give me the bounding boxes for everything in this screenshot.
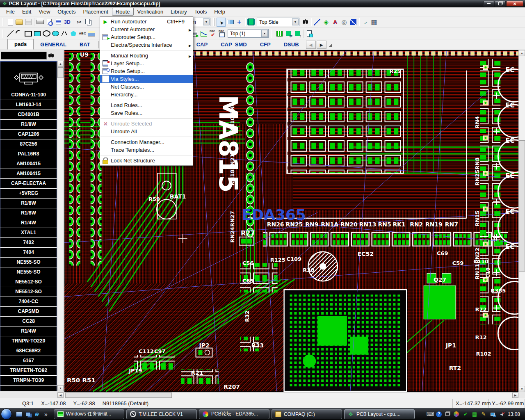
menu-item-via-styles[interactable]: Via Styles... — [100, 75, 193, 83]
menu-objects[interactable]: Objects — [54, 8, 79, 16]
keyboard-icon[interactable] — [427, 411, 434, 418]
rectangle-icon[interactable] — [24, 29, 33, 38]
search-input[interactable] — [1, 52, 47, 59]
layer-select[interactable]: Top (1) — [228, 29, 269, 38]
list-item[interactable]: TRNPN-TO220 — [0, 336, 57, 346]
start-button[interactable] — [1, 409, 12, 420]
list-item[interactable]: R1/4W — [0, 218, 57, 228]
origin-tool-icon[interactable] — [235, 18, 244, 27]
filled-rectangle-icon[interactable] — [33, 29, 42, 38]
line-icon[interactable] — [6, 29, 15, 38]
list-item[interactable]: CC28 — [0, 317, 57, 326]
select-tool-icon[interactable] — [217, 18, 226, 27]
menu-item-unroute-all[interactable]: Unroute All — [100, 128, 193, 135]
antivirus-icon[interactable] — [462, 411, 469, 418]
sidebar-scrollbar[interactable] — [57, 61, 64, 391]
place-autoroute-icon[interactable] — [331, 18, 340, 27]
scroll-up-icon[interactable] — [519, 50, 525, 56]
expand-icon[interactable] — [444, 411, 451, 418]
image-icon[interactable] — [87, 29, 96, 38]
taskbar-button-drive[interactable]: COMPAQ (C:) — [272, 409, 342, 419]
filled-ellipse-icon[interactable] — [51, 29, 60, 38]
menu-item-lock-net-structure[interactable]: Lock Net Structure — [100, 157, 193, 164]
canvas-vertical-scrollbar[interactable] — [518, 50, 525, 392]
scroll-right-icon[interactable] — [512, 393, 518, 398]
scroll-up-icon[interactable] — [57, 61, 64, 67]
search-icon[interactable] — [301, 18, 310, 27]
list-item[interactable]: XTAL1 — [0, 228, 57, 238]
menu-tools[interactable]: Tools — [191, 8, 210, 16]
arc-icon[interactable] — [15, 29, 24, 38]
menu-item-autorouter-setup[interactable]: Autorouter Setup... — [100, 33, 193, 41]
scrollbar-thumb[interactable] — [65, 393, 172, 398]
taskbar-button-clock-app[interactable]: T.M.LEE CLOCK V1 — [126, 409, 197, 419]
chevron-down-icon[interactable] — [203, 18, 210, 25]
list-item[interactable]: NE5512-SO — [0, 277, 57, 287]
tab-cap-smd[interactable]: CAP_SMD — [214, 40, 253, 50]
update-from-schematic-icon[interactable] — [284, 29, 293, 38]
list-item[interactable]: 7404 — [0, 248, 57, 258]
close-button[interactable] — [506, 1, 523, 7]
cut-icon[interactable] — [75, 18, 84, 27]
copper-pour-icon[interactable] — [349, 18, 358, 27]
tab-scroll-right-button[interactable] — [317, 41, 326, 49]
overflow-chevron-icon[interactable] — [42, 410, 50, 418]
pen-icon[interactable] — [480, 411, 487, 418]
scrollbar-thumb[interactable] — [57, 67, 64, 78]
list-item[interactable]: LM160J-14 — [0, 100, 57, 110]
list-item[interactable]: NE555-SO — [0, 267, 57, 277]
drc-icon[interactable] — [208, 29, 217, 38]
component-view-icon[interactable] — [247, 18, 256, 27]
menu-item-manual-routing[interactable]: Manual Routing — [100, 52, 193, 59]
copy-icon[interactable] — [84, 18, 93, 27]
list-item[interactable]: 7404-CC — [0, 297, 57, 307]
scroll-left-icon[interactable] — [57, 393, 64, 398]
list-item[interactable]: 68HC68R2 — [0, 346, 57, 356]
polyline-icon[interactable] — [60, 29, 69, 38]
place-via-icon[interactable] — [322, 18, 331, 27]
tab-scroll-left-button[interactable] — [306, 41, 316, 49]
list-item[interactable]: CAPSMD — [0, 307, 57, 317]
list-item[interactable]: TRNPN-TO39 — [0, 376, 57, 386]
menu-item-load-rules[interactable]: Load Rules... — [100, 101, 193, 109]
menu-verification[interactable]: Verification — [134, 8, 167, 16]
taskbar-button-forum[interactable]: PCB论坛 - EDA365... — [199, 409, 269, 419]
print-icon[interactable] — [36, 18, 45, 27]
list-item[interactable]: TRMFETN-TO92 — [0, 366, 57, 376]
grid-table-icon[interactable] — [370, 18, 379, 27]
tab-overflow-icon[interactable] — [329, 44, 332, 47]
menu-item-run-autorouter[interactable]: Run AutorouterCtrl+F9 — [100, 18, 193, 25]
canvas-horizontal-scrollbar[interactable] — [57, 392, 518, 398]
print-preview-icon[interactable] — [45, 18, 54, 27]
menu-view[interactable]: View — [35, 8, 54, 16]
menu-item-hierarchy[interactable]: Hierarchy... — [100, 91, 193, 98]
new-document-icon[interactable] — [6, 18, 15, 27]
drc-list-icon[interactable] — [217, 29, 226, 38]
list-item[interactable]: AM100415 — [0, 169, 57, 179]
menu-help[interactable]: Help — [210, 8, 229, 16]
taskbar-button-diptrace[interactable]: PCB Layout - cpu.... — [344, 409, 415, 419]
network-icon[interactable] — [489, 411, 496, 418]
list-item[interactable]: NE555-SO — [0, 258, 57, 267]
help-icon[interactable] — [436, 411, 442, 417]
tab-general[interactable]: GENERAL — [34, 40, 73, 50]
open-file-icon[interactable] — [15, 18, 24, 27]
menu-item-current-autorouter[interactable]: Current Autorouter — [100, 25, 193, 33]
net-structure-icon[interactable] — [199, 29, 208, 38]
list-item[interactable]: +5VREG — [0, 189, 57, 199]
polygon-icon[interactable] — [69, 29, 78, 38]
tab-dsub[interactable]: DSUB — [277, 40, 306, 50]
menu-edit[interactable]: Edit — [18, 8, 35, 16]
menu-item-unroute-selected[interactable]: Unroute Selected — [100, 120, 193, 128]
menu-file[interactable]: File — [2, 8, 18, 16]
show-desktop-icon[interactable] — [15, 410, 23, 418]
list-item[interactable]: NE5512-SO — [0, 287, 57, 297]
list-item[interactable]: R1/4W — [0, 326, 57, 336]
tab-bat[interactable]: BAT — [73, 40, 97, 50]
dimension-icon[interactable] — [361, 18, 370, 27]
menu-library[interactable]: Library — [167, 8, 191, 16]
scroll-down-icon[interactable] — [57, 385, 64, 391]
internet-explorer-icon[interactable] — [33, 410, 41, 418]
board-side-select[interactable]: Top Side — [257, 18, 299, 26]
search-icon[interactable] — [47, 51, 55, 59]
